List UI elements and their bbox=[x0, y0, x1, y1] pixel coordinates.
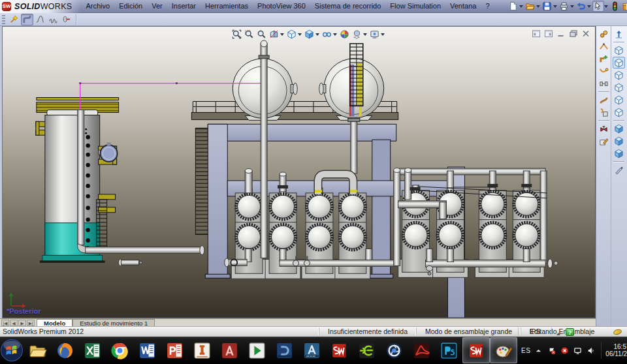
traffic-light-icon[interactable] bbox=[609, 1, 621, 12]
taskbar-inventor[interactable] bbox=[188, 337, 216, 363]
dropdown-caret-icon[interactable] bbox=[298, 33, 302, 38]
edit-appearance-icon[interactable] bbox=[338, 29, 351, 40]
tab-nav-next-button[interactable]: ▶ bbox=[18, 320, 26, 326]
alert-icon[interactable] bbox=[559, 346, 570, 355]
harness-icon[interactable] bbox=[598, 65, 610, 77]
tab-nav-prev-button[interactable]: ◀ bbox=[10, 320, 18, 326]
hide-show-items-icon[interactable] bbox=[321, 29, 333, 40]
taskbar-powerpoint[interactable] bbox=[161, 337, 188, 363]
taskbar-autocad[interactable] bbox=[216, 337, 243, 363]
taskbar-photoshop[interactable] bbox=[435, 337, 462, 363]
taskbar-plant3d[interactable] bbox=[298, 337, 325, 363]
dropdown-caret-icon[interactable] bbox=[381, 33, 385, 38]
quick-tips-icon[interactable]: ? bbox=[566, 328, 574, 336]
menu-item-8[interactable]: Ventana bbox=[445, 0, 481, 12]
toolbar-grip[interactable] bbox=[2, 15, 5, 24]
tag-icon[interactable] bbox=[613, 328, 622, 336]
gift-box-icon[interactable] bbox=[621, 1, 627, 12]
tab-motion-study[interactable]: Estudio de movimiento 1 bbox=[72, 319, 155, 326]
taskbar-dwg-trueview[interactable] bbox=[243, 337, 270, 363]
dropdown-caret-icon[interactable] bbox=[519, 5, 523, 10]
view-front-icon[interactable] bbox=[613, 44, 625, 56]
view-isometric-icon[interactable] bbox=[613, 123, 625, 134]
apply-scene-icon[interactable] bbox=[351, 29, 363, 40]
taskbar-solidworks-2[interactable] bbox=[462, 337, 490, 363]
graphics-viewport[interactable]: *Posterior bbox=[2, 26, 596, 318]
connector-icon[interactable] bbox=[598, 78, 610, 89]
print-icon[interactable] bbox=[558, 1, 570, 12]
taskbar-paint[interactable] bbox=[490, 337, 517, 363]
volume-icon[interactable] bbox=[585, 346, 596, 355]
taskbar-solidworks[interactable] bbox=[325, 337, 353, 363]
menu-item-9[interactable]: ? bbox=[481, 0, 494, 12]
units-caret-icon[interactable] bbox=[556, 331, 560, 335]
start-button[interactable] bbox=[0, 337, 24, 364]
display-icon[interactable] bbox=[572, 346, 583, 355]
taskbar-explorer[interactable] bbox=[24, 337, 51, 363]
tab-nav-first-button[interactable]: |◀ bbox=[1, 320, 9, 326]
annotation-pen-icon[interactable] bbox=[613, 164, 625, 175]
wire-route-icon[interactable] bbox=[598, 40, 610, 52]
valve-icon[interactable] bbox=[598, 123, 610, 134]
dropdown-caret-icon[interactable] bbox=[536, 5, 540, 10]
taskbar-draftsight[interactable] bbox=[270, 337, 298, 363]
taskbar-keyshot[interactable] bbox=[380, 337, 408, 363]
menu-item-7[interactable]: Flow Simulation bbox=[385, 0, 445, 12]
menu-item-6[interactable]: Sistema de recorrido bbox=[310, 0, 386, 12]
new-document-icon[interactable] bbox=[507, 1, 519, 12]
coil-icon[interactable] bbox=[47, 14, 59, 25]
assembly-model[interactable] bbox=[3, 27, 595, 318]
open-icon[interactable] bbox=[524, 1, 536, 12]
flexible-route-icon[interactable] bbox=[34, 14, 46, 25]
taskbar-acrobat[interactable] bbox=[408, 337, 435, 363]
start-routing-icon[interactable] bbox=[8, 14, 20, 25]
dropdown-caret-icon[interactable] bbox=[363, 33, 367, 38]
taskbar-word[interactable] bbox=[133, 337, 161, 363]
viewport-pane-icon[interactable] bbox=[531, 29, 541, 38]
route-pipe-icon[interactable] bbox=[598, 94, 610, 106]
edit-route-icon[interactable] bbox=[598, 135, 610, 147]
pipe-route-icon[interactable] bbox=[21, 14, 33, 25]
action-center-flag-icon[interactable] bbox=[546, 346, 556, 355]
view-left-icon[interactable] bbox=[613, 69, 625, 81]
route-component-icon[interactable] bbox=[598, 106, 610, 118]
section-view-icon[interactable] bbox=[268, 29, 280, 40]
taskbar-chrome[interactable] bbox=[106, 337, 133, 363]
view-bottom-icon[interactable] bbox=[613, 106, 625, 118]
undo-icon[interactable] bbox=[575, 1, 587, 12]
save-icon[interactable] bbox=[541, 1, 553, 12]
menu-item-5[interactable]: PhotoView 360 bbox=[253, 0, 310, 12]
menu-item-3[interactable]: Insertar bbox=[167, 0, 201, 12]
menu-item-4[interactable]: Herramientas bbox=[201, 0, 253, 12]
dropdown-caret-icon[interactable] bbox=[604, 5, 608, 10]
dropdown-caret-icon[interactable] bbox=[315, 33, 319, 38]
add-fitting-icon[interactable] bbox=[598, 53, 610, 65]
taskbar-edrawings[interactable] bbox=[353, 337, 380, 363]
view-settings-icon[interactable] bbox=[368, 29, 381, 40]
view-right-icon[interactable] bbox=[613, 82, 625, 93]
previous-view-icon[interactable] bbox=[255, 29, 268, 40]
doc-close-button[interactable] bbox=[581, 29, 591, 38]
dropdown-caret-icon[interactable] bbox=[587, 5, 591, 10]
display-style-icon[interactable] bbox=[303, 29, 315, 40]
taskbar-clock[interactable]: 16:57 06/11/2016 bbox=[601, 342, 627, 359]
tab-nav-last-button[interactable]: ▶| bbox=[27, 320, 35, 326]
tab-model[interactable]: Modelo bbox=[37, 319, 72, 326]
view-orientation-icon[interactable] bbox=[285, 29, 298, 40]
dropdown-caret-icon[interactable] bbox=[570, 5, 574, 10]
vertical-vessel[interactable] bbox=[36, 98, 204, 266]
view-dimetric-icon[interactable] bbox=[613, 147, 625, 159]
taskbar-excel[interactable] bbox=[78, 337, 106, 363]
view-trimetric-icon[interactable] bbox=[613, 135, 625, 147]
viewport-pane2-icon[interactable] bbox=[543, 29, 554, 38]
select-cursor-icon[interactable] bbox=[592, 1, 604, 12]
normal-to-icon[interactable] bbox=[613, 28, 625, 40]
zoom-to-area-icon[interactable] bbox=[243, 29, 255, 40]
zoom-to-fit-icon[interactable] bbox=[231, 29, 243, 40]
view-back-icon[interactable] bbox=[613, 57, 625, 68]
doc-minimize-button[interactable] bbox=[556, 29, 566, 38]
view-top-icon[interactable] bbox=[613, 94, 625, 106]
units-selector[interactable]: IPS bbox=[518, 327, 552, 335]
menu-item-2[interactable]: Ver bbox=[147, 0, 167, 12]
language-indicator[interactable]: ES bbox=[521, 347, 530, 354]
